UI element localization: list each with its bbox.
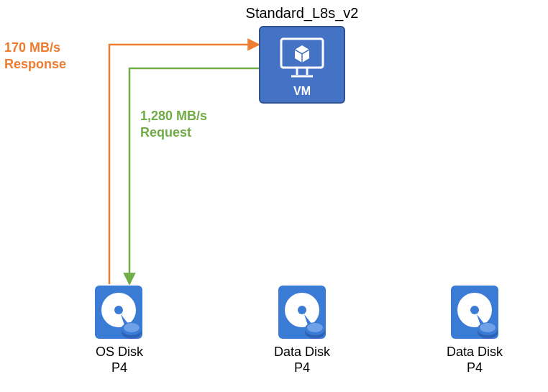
svg-point-19 — [307, 323, 323, 332]
disk-icon — [93, 330, 144, 342]
os-disk-tier: P4 — [78, 360, 161, 376]
data-disk-2-tier: P4 — [433, 360, 516, 376]
data-disk-1-node — [277, 284, 327, 343]
request-arrow — [129, 68, 259, 284]
response-label: 170 MB/s Response — [4, 40, 66, 72]
os-disk-name: OS Disk — [78, 344, 161, 360]
disk-icon — [277, 330, 327, 342]
svg-point-24 — [480, 323, 496, 332]
data-disk-1-name: Data Disk — [260, 344, 344, 360]
data-disk-2-name: Data Disk — [433, 344, 516, 360]
data-disk-1-tier: P4 — [260, 360, 344, 376]
vm-title: Standard_L8s_v2 — [245, 4, 360, 22]
disk-icon — [449, 330, 500, 342]
vm-node: VM — [259, 26, 345, 104]
os-disk-node — [93, 284, 144, 343]
svg-point-17 — [298, 306, 306, 314]
data-disk-2-node — [449, 284, 500, 343]
vm-caption: VM — [260, 85, 344, 98]
monitor-cube-icon — [278, 36, 326, 83]
request-label: 1,280 MB/s Request — [140, 108, 207, 140]
svg-point-8 — [114, 306, 123, 314]
svg-point-14 — [124, 323, 140, 332]
response-arrow — [109, 45, 259, 284]
svg-point-22 — [470, 306, 479, 314]
